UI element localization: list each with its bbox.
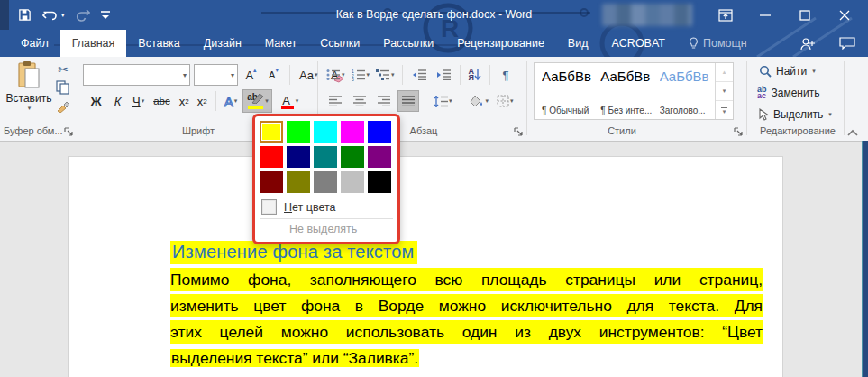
font-size-arrow[interactable]: ▾	[231, 71, 234, 79]
swatch-dark-red[interactable]	[260, 171, 283, 193]
style-normal[interactable]: АаБбВв ¶ Обычный	[542, 69, 595, 115]
paragraph-line[interactable]: Помимо фона, заполняющего всю площадь ст…	[170, 268, 763, 291]
document-paragraph[interactable]: Помимо фона, заполняющего всю площадь ст…	[170, 268, 763, 372]
share-icon[interactable]	[799, 37, 816, 51]
select-arrow[interactable]: ▾	[828, 111, 832, 118]
swatch-blue[interactable]	[368, 121, 391, 143]
style-no-spacing[interactable]: АаБбВв ¶ Без инте...	[600, 69, 653, 115]
underline-arrow[interactable]: ▾	[142, 97, 145, 105]
tab-references[interactable]: Ссылки	[308, 30, 371, 57]
strikethrough-button[interactable]: abc	[150, 89, 174, 113]
tab-design[interactable]: Дизайн	[192, 30, 253, 57]
format-painter-button[interactable]	[56, 98, 70, 113]
tell-me-box[interactable]: Помощн	[677, 30, 759, 57]
font-size-combobox[interactable]: ▾	[194, 64, 238, 86]
paragraph-line[interactable]: изменить цвет фона в Ворде можно исключи…	[170, 294, 763, 317]
superscript-button[interactable]: x2	[195, 89, 210, 113]
customize-qat-button[interactable]	[101, 10, 110, 21]
line-spacing-arrow[interactable]: ▾	[449, 97, 452, 105]
save-button[interactable]	[18, 8, 32, 22]
align-right-button[interactable]	[373, 90, 395, 112]
line-spacing-button[interactable]: ▾	[431, 90, 455, 112]
select-button[interactable]: Выделить ▾	[759, 108, 832, 121]
comments-icon[interactable]	[839, 37, 855, 50]
sort-button[interactable]: А Я	[466, 64, 485, 86]
show-hide-marks-button[interactable]: ¶	[496, 64, 516, 86]
multilevel-arrow[interactable]: ▾	[391, 71, 395, 78]
tab-file[interactable]: Файл	[9, 30, 60, 57]
bullets-arrow[interactable]: ▾	[342, 71, 345, 78]
multilevel-list-button[interactable]: ▾	[374, 64, 397, 86]
font-name-combobox[interactable]: ▾	[83, 64, 190, 86]
font-name-arrow[interactable]: ▾	[183, 71, 187, 79]
undo-button[interactable]: ▾	[42, 9, 65, 22]
tab-review[interactable]: Рецензирование	[445, 30, 556, 57]
paragraph-line[interactable]: этих целей можно использовать один из дв…	[170, 320, 763, 344]
align-left-button[interactable]	[324, 90, 346, 112]
align-center-button[interactable]	[349, 90, 370, 112]
ribbon-display-options-button[interactable]	[706, 0, 745, 30]
shading-arrow[interactable]: ▾	[486, 97, 489, 105]
document-page[interactable]: Изменение фона за текстом Помимо фона, з…	[68, 156, 783, 377]
collapse-ribbon-button[interactable]	[847, 129, 858, 136]
minimize-button[interactable]	[745, 0, 785, 30]
tab-home[interactable]: Главная	[60, 30, 127, 57]
styles-more-button[interactable]: ▾	[716, 101, 733, 119]
swatch-dark-blue[interactable]	[287, 146, 310, 168]
swatch-red[interactable]	[260, 146, 283, 168]
subscript-button[interactable]: x2	[177, 89, 192, 113]
tab-insert[interactable]: Вставка	[126, 30, 191, 57]
copy-button[interactable]	[56, 80, 70, 95]
shading-button[interactable]: ▾	[467, 90, 492, 112]
replace-button[interactable]: ab ac Заменить	[757, 87, 819, 99]
borders-button[interactable]: ▾	[494, 90, 516, 112]
clipboard-dialog-launcher[interactable]	[64, 127, 74, 137]
find-button[interactable]: Найти ▾	[759, 65, 816, 78]
swatch-dark-yellow[interactable]	[287, 171, 310, 193]
swatch-green[interactable]	[341, 146, 364, 168]
tab-view[interactable]: Вид	[556, 30, 600, 57]
paragraph-line[interactable]: выделения текста” или “Заливка”.	[170, 346, 763, 370]
increase-indent-button[interactable]	[433, 64, 454, 86]
numbering-button[interactable]: 123 ▾	[350, 64, 372, 86]
tab-mailings[interactable]: Рассылки	[371, 30, 445, 57]
cut-button[interactable]: ✂	[58, 62, 69, 77]
close-button[interactable]	[825, 0, 864, 30]
paragraph-line-text[interactable]: выделения текста” или “Заливка”.	[170, 349, 419, 367]
styles-scroll-down[interactable]: ▾	[716, 82, 733, 101]
tab-layout[interactable]: Макет	[253, 30, 308, 57]
swatch-pink[interactable]	[341, 121, 364, 143]
underline-button[interactable]: Ч▾	[130, 89, 147, 113]
swatch-teal[interactable]	[314, 146, 337, 168]
borders-arrow[interactable]: ▾	[510, 97, 514, 105]
swatch-gray-50[interactable]	[314, 171, 337, 193]
change-case-button[interactable]: Aa▾	[297, 64, 320, 86]
find-arrow[interactable]: ▾	[812, 68, 816, 75]
grow-font-button[interactable]: A▴	[242, 64, 260, 86]
justify-button[interactable]	[397, 90, 419, 112]
shrink-font-button[interactable]: A▾	[264, 64, 283, 86]
font-color-arrow[interactable]: ▾	[296, 97, 299, 105]
tab-acrobat[interactable]: ACROBAT	[599, 30, 677, 57]
no-color-menu-item[interactable]: Нет цвета	[261, 199, 391, 215]
swatch-bright-green[interactable]	[287, 121, 310, 143]
swatch-yellow-selected[interactable]	[260, 121, 283, 143]
italic-button[interactable]: К	[108, 89, 127, 113]
text-effects-arrow[interactable]: ▾	[234, 97, 238, 105]
swatch-gray-25[interactable]	[341, 171, 364, 193]
bullets-button[interactable]: ▾	[324, 64, 347, 86]
text-effects-button[interactable]: A ▾	[222, 89, 241, 113]
text-highlight-color-button[interactable]: ab ▾	[242, 89, 272, 113]
swatch-black[interactable]	[368, 171, 391, 193]
decrease-indent-button[interactable]	[408, 64, 430, 86]
highlight-dropdown-arrow[interactable]: ▾	[265, 97, 269, 105]
paste-dropdown-arrow[interactable]: ▾	[28, 105, 32, 112]
font-color-button[interactable]: А ▾	[275, 89, 303, 113]
paste-button[interactable]: Вставить ▾	[5, 60, 52, 124]
numbering-arrow[interactable]: ▾	[367, 71, 370, 78]
maximize-button[interactable]	[785, 0, 825, 30]
bold-button[interactable]: Ж	[87, 89, 105, 113]
styles-scroll-up[interactable]: ▴	[716, 63, 733, 82]
swatch-turquoise[interactable]	[314, 121, 337, 143]
swatch-violet[interactable]	[368, 146, 391, 168]
